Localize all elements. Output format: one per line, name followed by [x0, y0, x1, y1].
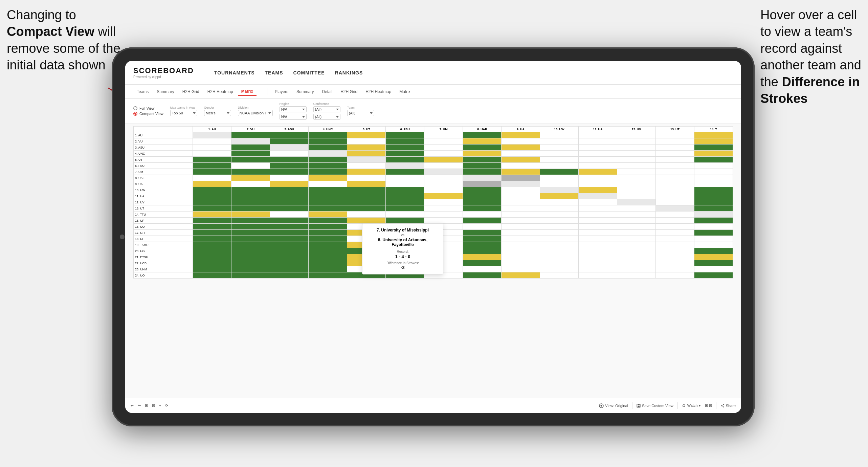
matrix-cell[interactable]: [655, 236, 694, 242]
matrix-cell[interactable]: [579, 151, 617, 157]
nav-tournaments[interactable]: TOURNAMENTS: [214, 70, 255, 75]
matrix-cell[interactable]: [655, 230, 694, 236]
matrix-cell[interactable]: [694, 236, 733, 242]
matrix-cell[interactable]: [502, 163, 540, 169]
matrix-cell[interactable]: [502, 132, 540, 138]
save-custom-view-button[interactable]: Save Custom View: [637, 404, 673, 408]
matrix-cell[interactable]: [193, 224, 231, 230]
share-button[interactable]: Share: [720, 404, 736, 408]
tab-matrix-right[interactable]: Matrix: [396, 88, 414, 95]
matrix-cell[interactable]: [655, 163, 694, 169]
matrix-cell[interactable]: [231, 169, 270, 175]
matrix-cell[interactable]: [655, 205, 694, 212]
matrix-cell[interactable]: [502, 151, 540, 157]
matrix-cell[interactable]: [617, 132, 656, 138]
matrix-cell[interactable]: [540, 254, 579, 260]
matrix-cell[interactable]: [270, 266, 309, 272]
matrix-cell[interactable]: [617, 157, 656, 163]
matrix-cell[interactable]: [193, 260, 231, 266]
gender-select[interactable]: Men's: [204, 110, 231, 116]
matrix-cell[interactable]: [617, 248, 656, 254]
matrix-cell[interactable]: [579, 224, 617, 230]
matrix-cell[interactable]: [424, 205, 463, 212]
tab-summary-right[interactable]: Summary: [293, 88, 317, 95]
matrix-cell[interactable]: [579, 181, 617, 187]
matrix-cell[interactable]: [231, 248, 270, 254]
matrix-cell[interactable]: [386, 151, 424, 157]
matrix-cell[interactable]: [309, 254, 347, 260]
matrix-cell[interactable]: [424, 193, 463, 199]
matrix-cell[interactable]: [655, 193, 694, 199]
matrix-cell[interactable]: [270, 205, 309, 212]
matrix-cell[interactable]: [193, 181, 231, 187]
matrix-cell[interactable]: [579, 132, 617, 138]
full-view-option[interactable]: Full View: [133, 106, 163, 110]
conference-select2[interactable]: (All): [313, 114, 340, 120]
matrix-cell[interactable]: [617, 272, 656, 279]
matrix-cell[interactable]: [502, 169, 540, 175]
matrix-cell[interactable]: [270, 242, 309, 248]
matrix-cell[interactable]: [540, 218, 579, 224]
matrix-cell[interactable]: [193, 138, 231, 144]
matrix-cell[interactable]: [231, 266, 270, 272]
matrix-cell[interactable]: [655, 169, 694, 175]
matrix-cell[interactable]: [309, 151, 347, 157]
matrix-cell[interactable]: [502, 193, 540, 199]
matrix-cell[interactable]: [655, 212, 694, 218]
matrix-cell[interactable]: [386, 175, 424, 181]
matrix-cell[interactable]: [540, 132, 579, 138]
matrix-cell[interactable]: [231, 242, 270, 248]
matrix-cell[interactable]: [231, 205, 270, 212]
matrix-cell[interactable]: [694, 260, 733, 266]
matrix-cell[interactable]: [655, 175, 694, 181]
matrix-cell[interactable]: [309, 272, 347, 279]
matrix-cell[interactable]: [694, 187, 733, 193]
matrix-cell[interactable]: [540, 205, 579, 212]
matrix-cell[interactable]: [309, 199, 347, 205]
matrix-cell[interactable]: [193, 157, 231, 163]
matrix-cell[interactable]: [424, 132, 463, 138]
max-teams-select[interactable]: Top 50: [170, 110, 197, 116]
matrix-cell[interactable]: [193, 163, 231, 169]
matrix-cell[interactable]: [579, 187, 617, 193]
matrix-cell[interactable]: [502, 260, 540, 266]
matrix-cell[interactable]: [502, 272, 540, 279]
matrix-cell[interactable]: [617, 254, 656, 260]
matrix-cell[interactable]: [540, 266, 579, 272]
matrix-cell[interactable]: [502, 224, 540, 230]
matrix-cell[interactable]: [424, 212, 463, 218]
matrix-cell[interactable]: [694, 205, 733, 212]
matrix-cell[interactable]: [231, 272, 270, 279]
matrix-cell[interactable]: [386, 212, 424, 218]
matrix-cell[interactable]: [655, 224, 694, 230]
matrix-cell[interactable]: [386, 132, 424, 138]
matrix-cell[interactable]: [540, 144, 579, 151]
matrix-cell[interactable]: [193, 254, 231, 260]
tab-h2h-grid-right[interactable]: H2H Grid: [337, 88, 361, 95]
matrix-cell[interactable]: [655, 187, 694, 193]
matrix-cell[interactable]: [463, 193, 502, 199]
matrix-cell[interactable]: [694, 132, 733, 138]
matrix-cell[interactable]: [463, 260, 502, 266]
matrix-cell[interactable]: [617, 230, 656, 236]
matrix-cell[interactable]: [193, 272, 231, 279]
matrix-cell[interactable]: [231, 224, 270, 230]
matrix-cell[interactable]: [193, 218, 231, 224]
matrix-cell[interactable]: [579, 175, 617, 181]
matrix-cell[interactable]: [655, 181, 694, 187]
matrix-cell[interactable]: [540, 175, 579, 181]
matrix-cell[interactable]: [579, 138, 617, 144]
matrix-cell[interactable]: [309, 248, 347, 254]
matrix-cell[interactable]: [579, 199, 617, 205]
matrix-cell[interactable]: [502, 236, 540, 242]
matrix-cell[interactable]: [502, 230, 540, 236]
matrix-cell[interactable]: [502, 181, 540, 187]
matrix-cell[interactable]: [463, 187, 502, 193]
matrix-cell[interactable]: [617, 266, 656, 272]
matrix-cell[interactable]: [386, 163, 424, 169]
matrix-cell[interactable]: [309, 181, 347, 187]
matrix-cell[interactable]: [617, 218, 656, 224]
matrix-cell[interactable]: [193, 193, 231, 199]
conference-select1[interactable]: (All): [313, 106, 340, 112]
matrix-cell[interactable]: [424, 144, 463, 151]
